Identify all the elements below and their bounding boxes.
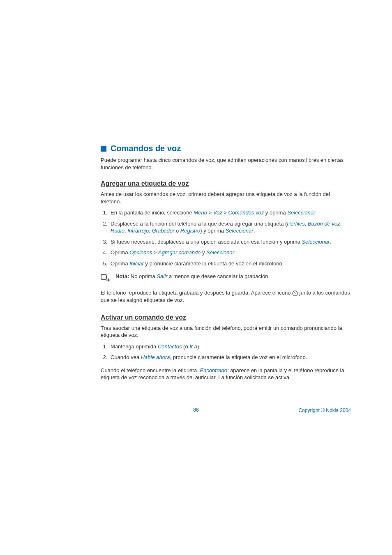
y-text: y bbox=[201, 249, 206, 256]
seleccionar-link[interactable]: Seleccionar bbox=[302, 239, 330, 245]
o-text: o bbox=[174, 228, 180, 234]
iniciar-link[interactable]: Iniciar bbox=[129, 260, 144, 267]
subsection-intro-activate: Tras asociar una etiqueta de voz a una f… bbox=[101, 325, 351, 339]
paren-text: (o bbox=[182, 343, 189, 350]
contactos-link[interactable]: Contactos bbox=[158, 343, 182, 350]
step-text: y pronuncie claramente la etiqueta de vo… bbox=[144, 260, 284, 267]
steps-add: En la pantalla de inicio, seleccione Men… bbox=[101, 209, 351, 267]
subsection-intro-add: Antes de usar los comandos de voz, prime… bbox=[101, 191, 351, 205]
followup-paragraph: El teléfono reproduce la etiqueta grabad… bbox=[101, 289, 351, 304]
subsection-title-add: Agregar una etiqueta de voz bbox=[101, 180, 351, 187]
dot: . bbox=[315, 210, 317, 216]
buzon-link[interactable]: Buzón de voz bbox=[308, 221, 340, 227]
step-text: Si fuese necesario, desplácese a una opc… bbox=[111, 239, 302, 245]
separator: > bbox=[152, 249, 158, 256]
followup-text: El teléfono reproduce la etiqueta grabad… bbox=[101, 290, 292, 296]
grabador-link[interactable]: Grabador bbox=[152, 228, 174, 234]
step-add-2: Desplácese a la función del teléfono a l… bbox=[109, 220, 351, 235]
voice-tag-icon bbox=[292, 290, 298, 296]
subsection-title-activate: Activar un comando de voz bbox=[101, 314, 351, 321]
followup-activate: Cuando el teléfono encuentre la etiqueta… bbox=[101, 367, 351, 381]
bullet-square-icon bbox=[101, 146, 106, 152]
step-text: ) y oprima bbox=[200, 228, 225, 234]
step-activate-2: Cuando vea Hable ahora, pronuncie claram… bbox=[109, 354, 351, 361]
ira-link[interactable]: Ir a bbox=[189, 343, 197, 350]
agregar-comando-link[interactable]: Agregar comando bbox=[158, 249, 201, 256]
registro-link[interactable]: Registro bbox=[180, 228, 200, 234]
copyright-text: Copyright © Nokia 2004 bbox=[298, 408, 351, 413]
dot: . bbox=[330, 239, 331, 245]
comandos-voz-link[interactable]: Comandos voz bbox=[228, 210, 264, 216]
seleccionar-link[interactable]: Seleccionar bbox=[206, 249, 234, 256]
section-title: Comandos de voz bbox=[111, 144, 181, 153]
step-text: Oprima bbox=[111, 249, 129, 256]
encontrado-link[interactable]: Encontrado: bbox=[200, 367, 228, 373]
step-text: En la pantalla de inicio, seleccione bbox=[111, 210, 194, 216]
note-row: Nota: No oprima Salir a menos que desee … bbox=[101, 273, 351, 283]
hable-ahora-link[interactable]: Hable ahora bbox=[141, 354, 170, 360]
step-add-1: En la pantalla de inicio, seleccione Men… bbox=[109, 209, 351, 216]
step-add-3: Si fuese necesario, desplácese a una opc… bbox=[109, 238, 351, 246]
separator: > bbox=[222, 210, 228, 216]
svg-rect-0 bbox=[101, 275, 106, 279]
separator: > bbox=[207, 210, 213, 216]
perfiles-link[interactable]: Perfiles bbox=[287, 221, 304, 227]
menu-link[interactable]: Menú bbox=[194, 210, 207, 216]
step-text: y oprima bbox=[264, 210, 287, 216]
salir-link[interactable]: Salir bbox=[157, 273, 167, 279]
note-text: Nota: No oprima Salir a menos que desee … bbox=[115, 273, 270, 280]
comma: , bbox=[305, 221, 308, 227]
section-heading: Comandos de voz bbox=[101, 144, 351, 153]
step-text: Desplácese a la función del teléfono a l… bbox=[111, 221, 287, 227]
note-body: No oprima bbox=[131, 273, 157, 279]
step-text: Oprima bbox=[111, 260, 129, 267]
step-add-5: Oprima Iniciar y pronuncie claramente la… bbox=[109, 260, 351, 267]
seleccionar-link[interactable]: Seleccionar bbox=[226, 228, 254, 234]
dot: . bbox=[234, 249, 236, 256]
comma: , bbox=[340, 221, 342, 227]
paren-text: ). bbox=[197, 343, 201, 350]
seleccionar-link[interactable]: Seleccionar bbox=[287, 210, 315, 216]
step-activate-1: Mantenga oprimida Contactos (o Ir a). bbox=[109, 343, 351, 350]
section-intro: Puede programar hasta cinco comandos de … bbox=[101, 157, 351, 171]
note-arrow-icon bbox=[101, 274, 110, 283]
step-text: , pronuncie claramente la etiqueta de vo… bbox=[170, 354, 307, 360]
note-body: a menos que desee cancelar la grabación. bbox=[167, 273, 270, 279]
infrarrojo-link[interactable]: Infrarrojo bbox=[127, 228, 149, 234]
voz-link[interactable]: Voz bbox=[213, 210, 222, 216]
dot: . bbox=[254, 228, 255, 234]
note-prefix: Nota: bbox=[115, 273, 131, 279]
page-number: 86 bbox=[193, 407, 198, 413]
radio-link[interactable]: Radio bbox=[111, 228, 125, 234]
document-page: Comandos de voz Puede programar hasta ci… bbox=[0, 0, 392, 555]
step-add-4: Oprima Opciones > Agregar comando y Sele… bbox=[109, 249, 351, 256]
step-text: Mantenga oprimida bbox=[111, 343, 158, 350]
opciones-link[interactable]: Opciones bbox=[129, 249, 152, 256]
step-text: Cuando vea bbox=[111, 354, 141, 360]
steps-activate: Mantenga oprimida Contactos (o Ir a). Cu… bbox=[101, 343, 351, 361]
followup-text: Cuando el teléfono encuentre la etiqueta… bbox=[101, 367, 200, 373]
